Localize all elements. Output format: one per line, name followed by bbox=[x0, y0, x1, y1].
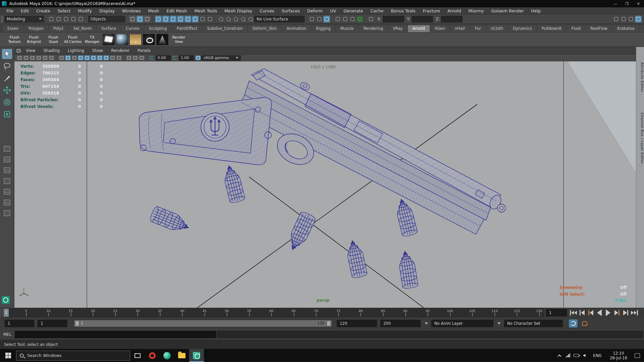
shelf-button[interactable]: FlushBckgrnd bbox=[24, 33, 44, 46]
launch-render-view-icon[interactable] bbox=[357, 16, 363, 22]
file-explorer-icon[interactable] bbox=[174, 349, 189, 362]
shelf-tab[interactable]: Deform_Skin bbox=[248, 25, 282, 32]
shelf-tab[interactable]: Fur bbox=[470, 25, 486, 32]
screen-space-ao-icon[interactable] bbox=[97, 55, 103, 60]
menu-item[interactable]: Deform bbox=[304, 7, 326, 14]
network-icon[interactable] bbox=[564, 349, 572, 362]
maya-taskbar-icon[interactable] bbox=[189, 349, 204, 362]
shelf-tab[interactable]: Dynamics bbox=[508, 25, 537, 32]
character-set-dropdown[interactable]: No Character Set bbox=[504, 320, 563, 327]
lock-camera-icon[interactable] bbox=[23, 55, 29, 60]
ipr-render-icon[interactable] bbox=[323, 16, 330, 22]
close-button[interactable]: ✕ bbox=[633, 0, 644, 7]
redo-icon[interactable] bbox=[77, 16, 84, 22]
selection-mask-dropdown[interactable]: Objects bbox=[88, 16, 125, 22]
shelf-tab[interactable]: Poly2 bbox=[49, 25, 69, 32]
step-back-frame-button[interactable] bbox=[578, 309, 586, 317]
new-scene-icon[interactable] bbox=[48, 16, 55, 22]
menu-item[interactable]: Help bbox=[528, 7, 545, 14]
surface-snap-icon[interactable] bbox=[247, 16, 254, 22]
shelf-tab[interactable]: Sel_Norm bbox=[69, 25, 97, 32]
panel-menu-item[interactable]: Show bbox=[88, 48, 107, 53]
shaded-mode-icon[interactable] bbox=[71, 55, 77, 60]
use-all-lights-icon[interactable] bbox=[84, 55, 90, 60]
output-operations-icon[interactable] bbox=[232, 16, 239, 22]
layout-two-pane-button[interactable] bbox=[3, 156, 11, 164]
grease-pencil-icon[interactable] bbox=[59, 55, 64, 60]
textured-mode-icon[interactable] bbox=[78, 55, 84, 60]
volume-icon[interactable] bbox=[580, 349, 588, 362]
layout-more-button[interactable] bbox=[3, 209, 11, 217]
shelf-tab[interactable]: Fluid bbox=[567, 25, 586, 32]
step-forward-key-button[interactable] bbox=[612, 309, 621, 317]
tool-settings-toggle-icon[interactable] bbox=[628, 16, 634, 22]
clock[interactable]: 12:10 28-Jul-16 bbox=[606, 351, 631, 360]
panel-menu-item[interactable]: Lighting bbox=[64, 48, 88, 53]
hypershade-icon[interactable] bbox=[342, 16, 348, 22]
image-plane-icon[interactable] bbox=[42, 55, 48, 60]
open-render-view-icon[interactable] bbox=[309, 16, 315, 22]
lasso-tool[interactable] bbox=[2, 61, 12, 71]
ring-light-shelf-icon[interactable] bbox=[143, 34, 155, 45]
render-view-shelf-button[interactable]: Render View bbox=[169, 33, 189, 46]
toolbar-grip[interactable] bbox=[1, 16, 3, 22]
snap-to-grid-icon[interactable] bbox=[155, 16, 162, 22]
make-object-live-icon[interactable] bbox=[192, 16, 199, 22]
save-scene-icon[interactable] bbox=[63, 16, 69, 22]
spot-light-shelf-icon[interactable] bbox=[156, 34, 168, 45]
menu-item[interactable]: Curves bbox=[256, 7, 278, 14]
undo-icon[interactable] bbox=[70, 16, 77, 22]
menu-item[interactable]: Mesh Display bbox=[221, 7, 256, 14]
y-input[interactable] bbox=[412, 16, 433, 22]
snap-to-point-icon[interactable] bbox=[170, 16, 176, 22]
panel-pin-icon[interactable] bbox=[16, 48, 21, 53]
menu-item[interactable]: Windows bbox=[118, 7, 145, 14]
go-to-start-button[interactable] bbox=[569, 309, 578, 317]
bookmark-icon[interactable] bbox=[36, 55, 42, 60]
input-connections-icon[interactable] bbox=[207, 16, 213, 22]
shelf-button[interactable]: FlushAll Caches bbox=[63, 33, 83, 46]
menu-item[interactable]: Fracture bbox=[419, 7, 444, 14]
start-button[interactable] bbox=[0, 349, 16, 362]
animation-end-field[interactable]: 200 bbox=[380, 320, 421, 327]
panel-menu-item[interactable]: View bbox=[22, 48, 39, 53]
render-settings-icon[interactable] bbox=[334, 16, 341, 22]
paint-select-tool[interactable] bbox=[2, 73, 12, 83]
layout-persp-outliner-button[interactable] bbox=[3, 177, 11, 185]
shadows-icon[interactable] bbox=[91, 55, 96, 60]
view-transform-dropdown[interactable]: sRGB gamma bbox=[201, 55, 241, 61]
menu-item[interactable]: Cache bbox=[367, 7, 387, 14]
env-ball-shelf-icon[interactable] bbox=[116, 34, 128, 45]
modeling-toolkit-toggle-icon[interactable] bbox=[613, 16, 620, 22]
perspective-viewport[interactable]: Verts:35095000Edges:70021500Faces:349304… bbox=[14, 61, 636, 308]
maximize-button[interactable]: ❐ bbox=[621, 0, 633, 7]
shelf-tab[interactable]: nHair bbox=[450, 25, 470, 32]
menu-item[interactable]: Edit Mesh bbox=[163, 7, 191, 14]
shelf-tab[interactable]: Essen bbox=[3, 25, 24, 32]
xray-icon[interactable] bbox=[132, 55, 138, 60]
channel-box-toggle-icon[interactable] bbox=[635, 16, 642, 22]
layout-hypershade-button[interactable] bbox=[3, 188, 11, 196]
play-backwards-button[interactable] bbox=[595, 309, 604, 317]
shelf-tab[interactable]: XGen bbox=[430, 25, 450, 32]
multisampling-icon[interactable] bbox=[110, 55, 115, 60]
gamma-field[interactable]: 1.00 bbox=[179, 55, 194, 61]
maya-output-icon[interactable] bbox=[1, 295, 11, 305]
shelf-tab[interactable]: Arnold bbox=[408, 25, 430, 32]
shelf-button[interactable]: FlushQuad bbox=[44, 33, 63, 46]
panel-menu-item[interactable]: Renderer bbox=[107, 48, 133, 53]
construction-history-icon[interactable] bbox=[218, 16, 224, 22]
paint-effects-icon[interactable] bbox=[368, 16, 374, 22]
playback-start-field[interactable]: 1 bbox=[38, 320, 67, 327]
notification-center-icon[interactable] bbox=[635, 353, 640, 358]
menu-item[interactable]: UV bbox=[326, 7, 340, 14]
isolate-select-icon[interactable] bbox=[126, 55, 132, 60]
select-tool[interactable] bbox=[2, 49, 12, 59]
snap-to-view-plane-icon[interactable] bbox=[184, 16, 191, 22]
time-slider-grip[interactable] bbox=[0, 308, 3, 317]
command-input[interactable] bbox=[15, 331, 216, 338]
pistol-wireframe-model[interactable] bbox=[139, 69, 505, 234]
snap-to-curve-icon[interactable] bbox=[162, 16, 169, 22]
shelf-button[interactable]: TXManager bbox=[83, 33, 102, 46]
task-view-button[interactable] bbox=[130, 349, 145, 362]
